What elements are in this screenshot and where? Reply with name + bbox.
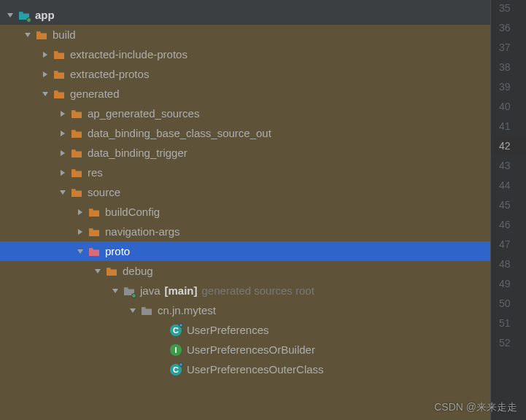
module-folder-icon: [18, 9, 31, 22]
gutter-line-number: 52: [491, 332, 526, 352]
watermark-text: CSDN @来来走走: [434, 401, 517, 414]
tree-item-label: UserPreferencesOuterClass: [187, 363, 324, 376]
tree-item-label: proto: [105, 245, 130, 257]
chevron-right-icon[interactable]: [57, 128, 69, 139]
tree-item-package-cn-jn-mytest[interactable]: cn.jn.mytest: [0, 300, 490, 320]
chevron-spacer: [156, 364, 168, 376]
folder-icon: [53, 88, 66, 101]
tree-item-hint: generated sources root: [202, 284, 314, 297]
folder-icon: [53, 48, 66, 61]
tree-item-label: extracted-protos: [70, 68, 149, 80]
tree-item-data-binding-base-class-source-out[interactable]: data_binding_base_class_source_out: [0, 123, 490, 143]
chevron-down-icon[interactable]: [22, 29, 34, 41]
tree-item-label: navigation-args: [105, 225, 180, 238]
folder-icon: [88, 225, 101, 238]
tree-item-label: java: [140, 284, 160, 297]
chevron-down-icon[interactable]: [57, 187, 69, 198]
tree-item-label: UserPreferencesOrBuilder: [187, 343, 315, 356]
folder-icon: [70, 186, 83, 199]
tree-item-class-userpreferencesouterclass[interactable]: CUserPreferencesOuterClass: [0, 359, 490, 379]
gutter-line-number: 38: [491, 57, 526, 77]
chevron-right-icon[interactable]: [39, 49, 51, 61]
chevron-down-icon[interactable]: [74, 246, 86, 257]
folder-icon: [70, 107, 83, 120]
tree-item-source[interactable]: source: [0, 182, 490, 202]
tree-item-ap-generated-sources[interactable]: ap_generated_sources: [0, 104, 490, 123]
tree-item-label: app: [35, 9, 55, 21]
tree-item-label: data_binding_trigger: [88, 147, 187, 159]
chevron-right-icon[interactable]: [57, 147, 69, 159]
chevron-spacer: [156, 344, 168, 356]
chevron-spacer: [156, 324, 168, 336]
tree-item-debug[interactable]: debug: [0, 261, 490, 281]
chevron-right-icon[interactable]: [57, 108, 69, 120]
tree-item-label: source: [88, 186, 120, 198]
tree-item-label: ap_generated_sources: [88, 107, 199, 120]
gutter-line-number: 46: [491, 214, 526, 234]
tree-item-extracted-include-protos[interactable]: extracted-include-protos: [0, 44, 490, 64]
tree-item-suffix: [main]: [165, 284, 198, 297]
tree-item-java-main[interactable]: java[main]generated sources root: [0, 281, 490, 300]
tree-item-label: cn.jn.mytest: [158, 304, 216, 316]
gutter-line-number: 41: [491, 116, 526, 136]
gutter-line-number: 43: [491, 155, 526, 175]
tree-item-app[interactable]: app: [0, 5, 490, 25]
folder-icon: [53, 68, 66, 81]
chevron-right-icon[interactable]: [74, 206, 86, 218]
class-icon: C: [169, 363, 182, 376]
folder-icon: [70, 147, 83, 160]
class-icon: C: [169, 324, 182, 337]
folder-icon: [35, 28, 48, 42]
tree-item-label: res: [88, 166, 103, 179]
tree-item-generated[interactable]: generated: [0, 84, 490, 104]
gutter-line-number: 35: [491, 0, 526, 18]
gutter-line-number: 48: [491, 254, 526, 273]
gutter-line-number: 42: [491, 136, 526, 155]
folder-icon: [88, 206, 101, 219]
tree-item-class-userpreferences[interactable]: CUserPreferences: [0, 320, 490, 340]
tree-item-interface-userpreferencesorbuilder[interactable]: IUserPreferencesOrBuilder: [0, 340, 490, 359]
tree-item-build[interactable]: build: [0, 25, 490, 44]
chevron-down-icon[interactable]: [92, 265, 104, 277]
gutter-line-number: 39: [491, 77, 526, 96]
folder-icon: [88, 245, 101, 258]
folder-icon: [70, 127, 83, 140]
gutter-line-number: 45: [491, 195, 526, 214]
gutter-line-number: 50: [491, 293, 526, 313]
tree-item-label: build: [53, 28, 76, 41]
tree-item-label: extracted-include-protos: [70, 48, 187, 61]
source-root-icon: [123, 284, 136, 298]
gutter-line-number: 47: [491, 234, 526, 254]
tree-item-label: debug: [123, 265, 153, 277]
gutter-line-number: 36: [491, 18, 526, 37]
tree-item-proto[interactable]: proto: [0, 241, 490, 261]
chevron-right-icon[interactable]: [74, 226, 86, 238]
tree-item-label: data_binding_base_class_source_out: [88, 127, 271, 139]
editor-gutter: 353637383940414243444546474849505152: [490, 0, 526, 420]
tree-item-buildconfig[interactable]: buildConfig: [0, 202, 490, 222]
chevron-down-icon[interactable]: [39, 88, 51, 100]
chevron-down-icon[interactable]: [4, 9, 16, 21]
gutter-line-number: 44: [491, 175, 526, 195]
chevron-down-icon[interactable]: [109, 285, 121, 297]
gutter-line-number: 37: [491, 37, 526, 57]
chevron-right-icon[interactable]: [39, 69, 51, 80]
tree-item-data-binding-trigger[interactable]: data_binding_trigger: [0, 143, 490, 163]
folder-icon: [105, 265, 118, 278]
gutter-line-number: 49: [491, 273, 526, 293]
tree-item-res[interactable]: res: [0, 163, 490, 182]
tree-item-label: generated: [70, 88, 120, 100]
gutter-line-number: 40: [491, 96, 526, 116]
interface-icon: I: [169, 343, 182, 357]
tree-item-label: buildConfig: [105, 206, 160, 218]
package-icon: [140, 304, 153, 317]
tree-item-label: UserPreferences: [187, 324, 269, 336]
chevron-right-icon[interactable]: [57, 167, 69, 179]
gutter-line-number: 51: [491, 313, 526, 332]
project-tree[interactable]: appbuildextracted-include-protosextracte…: [0, 0, 490, 420]
folder-icon: [70, 166, 83, 179]
tree-item-extracted-protos[interactable]: extracted-protos: [0, 64, 490, 84]
chevron-down-icon[interactable]: [127, 305, 139, 316]
tree-item-navigation-args[interactable]: navigation-args: [0, 222, 490, 241]
